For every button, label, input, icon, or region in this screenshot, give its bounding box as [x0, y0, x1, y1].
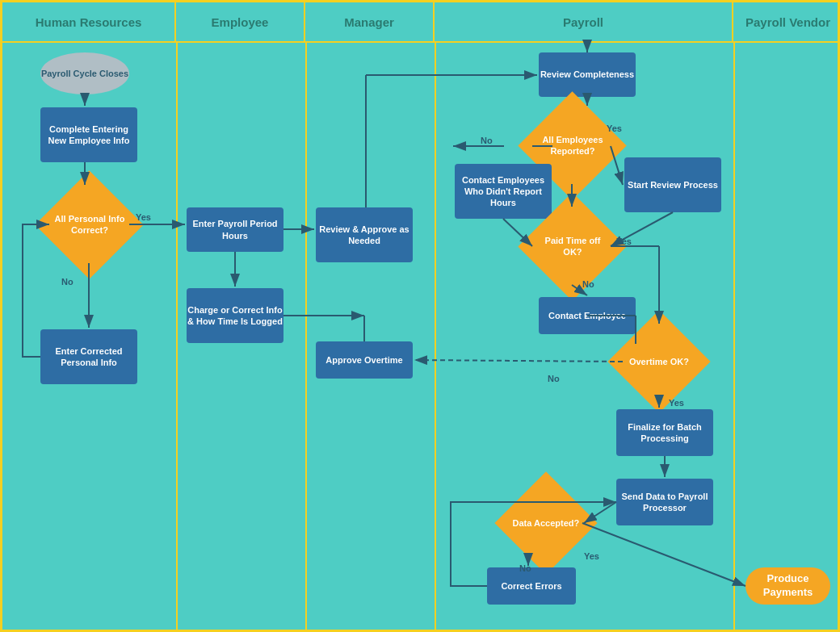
col-header-vendor: Payroll Vendor: [733, 2, 840, 43]
diagram-container: Human Resources Employee Manager Payroll…: [0, 0, 840, 632]
divider-hr-emp: [176, 43, 178, 630]
label-yes-personal: Yes: [136, 212, 151, 222]
payroll-cycle-closes: Payroll Cycle Closes: [40, 52, 129, 94]
send-data: Send Data to Payroll Processor: [616, 479, 713, 525]
label-no-employees: No: [481, 136, 493, 145]
divider-pay-vendor: [733, 43, 735, 630]
label-no-overtime: No: [548, 374, 560, 383]
svg-line-28: [582, 523, 746, 586]
produce-payments: Produce Payments: [746, 567, 830, 605]
col-header-emp: Employee: [176, 2, 305, 43]
data-accepted: Data Accepted?: [494, 471, 597, 574]
contact-employees: Contact Employees Who Didn't Report Hour…: [455, 164, 552, 219]
label-no-data: No: [519, 563, 531, 573]
enter-payroll-hours: Enter Payroll Period Hours: [187, 207, 284, 252]
charge-correct: Charge or Correct Info & How Time Is Log…: [187, 288, 284, 343]
col-header-pay: Payroll: [435, 2, 733, 43]
enter-corrected: Enter Corrected Personal Info: [40, 329, 137, 384]
contact-employee: Contact Employee: [539, 297, 636, 334]
col-header-mgr: Manager: [305, 2, 435, 43]
divider-mgr-pay: [435, 43, 436, 630]
finalize-batch: Finalize for Batch Processing: [616, 409, 713, 456]
label-yes-overtime: Yes: [669, 398, 684, 408]
review-approve: Review & Approve as Needed: [316, 207, 413, 262]
all-personal-info: All Personal Info Correct?: [35, 170, 143, 278]
correct-errors: Correct Errors: [487, 567, 576, 605]
start-review: Start Review Process: [624, 157, 721, 212]
complete-entering: Complete Entering New Employee Info: [40, 107, 137, 162]
approve-overtime: Approve Overtime: [316, 341, 413, 379]
label-no-paidtime: No: [582, 279, 594, 289]
label-yes-employees: Yes: [607, 123, 622, 133]
svg-line-23: [414, 360, 623, 362]
arrows-svg: [2, 2, 840, 632]
divider-emp-mgr: [305, 43, 307, 630]
review-completeness: Review Completeness: [539, 52, 636, 97]
label-yes-paidtime: Yes: [616, 236, 632, 246]
label-yes-data: Yes: [584, 551, 599, 561]
label-no-personal: No: [61, 277, 74, 287]
col-header-hr: Human Resources: [2, 2, 176, 43]
